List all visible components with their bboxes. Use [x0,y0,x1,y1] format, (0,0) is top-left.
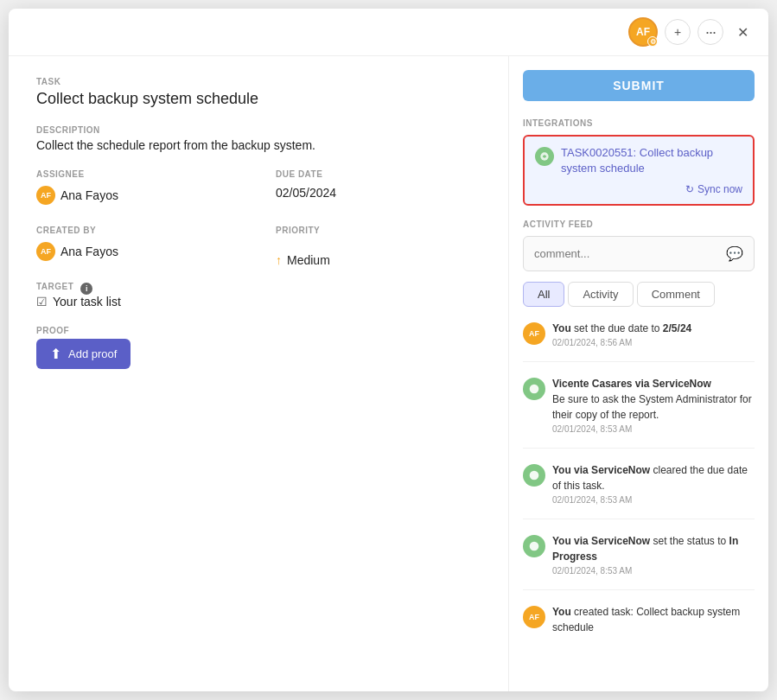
activity-time-3: 02/01/2024, 8:53 AM [552,495,755,505]
activity-list: AF You set the due date to 2/5/24 02/01/… [523,321,755,651]
proof-section: PROOF ⬆ Add proof [36,326,481,369]
activity-time-1: 02/01/2024, 8:56 AM [552,338,691,347]
comment-icon: 💬 [726,245,743,262]
due-date-label: DUE DATE [276,169,481,179]
activity-avatar-5: AF [523,606,545,628]
close-button[interactable]: ✕ [730,20,755,44]
assignee-duedate-row: ASSIGNEE DUE DATE [36,169,481,182]
activity-text-5: You created task: Collect backup system … [552,604,755,635]
modal-header: AF ⚙ + ··· ✕ [9,9,768,56]
duedate-col: DUE DATE [276,169,481,182]
activity-content-3: You via ServiceNow cleared the due date … [552,462,755,505]
activity-item-3: You via ServiceNow cleared the due date … [523,462,755,519]
submit-button[interactable]: SUBMIT [523,70,755,101]
comment-input[interactable] [534,247,726,260]
more-options-button[interactable]: ··· [697,19,723,45]
sync-now-button[interactable]: ↻ Sync now [685,183,742,195]
sync-row: ↻ Sync now [535,183,742,195]
activity-text-3: You via ServiceNow cleared the due date … [552,462,755,493]
filter-activity-tab[interactable]: Activity [568,282,633,307]
activity-text-2: Vicente Casares via ServiceNow Be sure t… [552,376,755,423]
priority-label: PRIORITY [276,226,481,235]
user-avatar: AF ⚙ [628,17,658,47]
activity-item-4: You via ServiceNow set the status to In … [523,533,755,590]
priority-value: Medium [287,253,330,267]
integration-link[interactable]: TASK0020551: Collect backup system sched… [561,145,742,176]
comment-input-area[interactable]: 💬 [523,236,755,271]
avatar-badge: ⚙ [647,36,658,47]
activity-avatar-2 [523,378,545,400]
servicenow-icon [535,147,554,166]
modal-body: TASK Collect backup system schedule DESC… [9,56,768,691]
created-by-avatar: AF [36,242,55,261]
assignee-label: ASSIGNEE [36,169,241,179]
activity-feed-label: ACTIVITY FEED [523,220,755,229]
activity-content-2: Vicente Casares via ServiceNow Be sure t… [552,376,755,434]
priority-col: PRIORITY [276,226,481,239]
filter-all-tab[interactable]: All [523,282,564,307]
assignee-duedate-values: AF Ana Fayos 02/05/2024 [36,186,481,222]
cloud-upload-icon: ⬆ [50,346,61,362]
created-by-label: CREATED BY [36,226,241,235]
activity-item-2: Vicente Casares via ServiceNow Be sure t… [523,376,755,449]
created-by-col: CREATED BY [36,226,241,239]
activity-avatar-1: AF [523,322,545,345]
svg-point-2 [530,471,539,480]
activity-avatar-3 [523,464,545,487]
target-section: TARGET i ☑ Your task list [36,282,481,309]
filter-tabs: All Activity Comment [523,282,755,307]
target-info-icon[interactable]: i [80,283,92,295]
activity-content-5: You created task: Collect backup system … [552,604,755,637]
activity-avatar-4 [523,535,545,557]
task-label: TASK [36,77,481,86]
add-proof-button[interactable]: ⬆ Add proof [36,339,131,369]
priority-value-row: ↑ Medium [276,242,481,278]
activity-content-4: You via ServiceNow set the status to In … [552,533,755,576]
add-button[interactable]: + [665,19,691,45]
assignee-name: Ana Fayos [61,188,118,202]
assignee-value-row: AF Ana Fayos [36,186,241,205]
target-value-row: ☑ Your task list [36,295,481,309]
assignee-col: ASSIGNEE [36,169,241,182]
integrations-label: INTEGRATIONS [523,118,755,128]
right-panel: SUBMIT INTEGRATIONS TASK0020551: Collect… [509,56,768,691]
assignee-avatar: AF [36,186,55,205]
activity-item: AF You set the due date to 2/5/24 02/01/… [523,321,755,362]
target-label: TARGET [36,282,73,291]
target-label-row: TARGET i [36,282,481,295]
integration-card: TASK0020551: Collect backup system sched… [523,135,755,206]
due-date-value-col: 02/05/2024 [276,186,481,222]
task-title: Collect backup system schedule [36,90,481,108]
activity-text-1: You set the due date to 2/5/24 [552,321,691,336]
activity-time-4: 02/01/2024, 8:53 AM [552,566,755,576]
proof-label: PROOF [36,326,481,335]
activity-time-2: 02/01/2024, 8:53 AM [552,424,755,434]
target-value: Your task list [53,295,121,309]
created-priority-labels: CREATED BY PRIORITY [36,226,481,239]
due-date-value: 02/05/2024 [276,186,481,200]
svg-point-3 [530,542,539,551]
description-label: DESCRIPTION [36,125,481,135]
left-panel: TASK Collect backup system schedule DESC… [9,56,509,691]
activity-content-1: You set the due date to 2/5/24 02/01/202… [552,321,691,347]
activity-item-5: AF You created task: Collect backup syst… [523,604,755,651]
activity-text-4: You via ServiceNow set the status to In … [552,533,755,564]
description-text: Collect the schedule report from the bac… [36,138,481,152]
svg-point-1 [530,385,539,394]
created-priority-values: AF Ana Fayos ↑ Medium [36,242,481,278]
integration-row: TASK0020551: Collect backup system sched… [535,145,742,176]
checkbox-icon: ☑ [36,295,48,309]
created-by-name: Ana Fayos [61,245,118,258]
sync-icon: ↻ [685,183,694,195]
task-modal: AF ⚙ + ··· ✕ TASK Collect backup system … [9,9,768,691]
filter-comment-tab[interactable]: Comment [637,282,715,307]
priority-icon: ↑ [276,253,282,267]
created-by-value-row: AF Ana Fayos [36,242,241,261]
